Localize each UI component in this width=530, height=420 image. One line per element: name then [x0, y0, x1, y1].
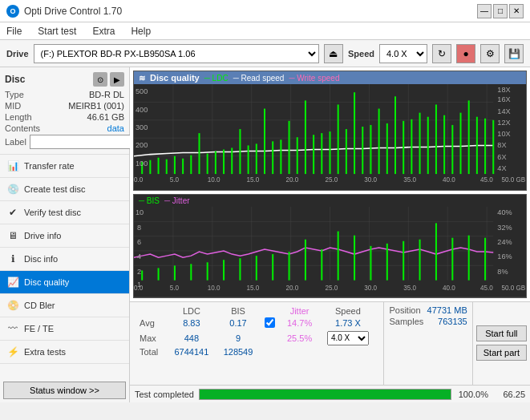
content-area: ≋ Disc quality ─ LDC ─ Read speed ─ Writ… [130, 67, 530, 402]
action-buttons: Start full Start part [472, 302, 530, 386]
svg-text:5.0: 5.0 [170, 285, 180, 292]
nav-disc-quality[interactable]: 📈 Disc quality [0, 271, 129, 294]
jitter-checkbox[interactable] [265, 317, 275, 328]
svg-text:400: 400 [136, 106, 148, 114]
verify-test-disc-icon: ✔ [6, 206, 19, 219]
menu-starttest[interactable]: Start test [34, 24, 79, 38]
nav-verify-test-disc[interactable]: ✔ Verify test disc [0, 201, 129, 224]
fe-te-icon: 〰 [6, 322, 19, 335]
red-btn[interactable]: ● [456, 44, 475, 63]
avg-row-label: Avg [136, 317, 167, 330]
svg-text:300: 300 [136, 123, 148, 131]
eject-button[interactable]: ⏏ [324, 44, 343, 63]
svg-text:6X: 6X [497, 153, 506, 161]
nav-fe-te[interactable]: 〰 FE / TE [0, 317, 129, 341]
jitter-legend-label: ─ Jitter [164, 196, 190, 205]
start-full-button[interactable]: Start full [476, 325, 527, 341]
progress-percent: 100.0% [456, 390, 488, 399]
svg-text:0.0: 0.0 [134, 176, 144, 184]
refresh-button[interactable]: ↻ [432, 44, 451, 63]
disc-action-btn[interactable]: ▶ [110, 72, 124, 87]
nav-verify-test-disc-label: Verify test disc [24, 208, 81, 217]
type-value: BD-R DL [89, 90, 124, 99]
nav-drive-info-label: Drive info [24, 231, 61, 240]
svg-text:10.0: 10.0 [208, 176, 220, 184]
speed-avg-value: 1.73 X [318, 317, 377, 330]
nav-fe-te-label: FE / TE [24, 324, 54, 333]
disc-title: Disc [5, 74, 25, 85]
save-button[interactable]: 💾 [504, 44, 524, 63]
settings-btn[interactable]: ⚙ [480, 44, 500, 63]
nav-drive-info[interactable]: 🖥 Drive info [0, 224, 129, 248]
drive-info-icon: 🖥 [6, 229, 19, 242]
svg-text:50.0 GB: 50.0 GB [501, 176, 525, 184]
svg-text:30.0: 30.0 [364, 176, 377, 184]
contents-value: data [107, 123, 124, 133]
readspeed-legend-label: ─ Read speed [233, 74, 285, 83]
ldc-col-header: LDC [167, 305, 216, 317]
max-row-label: Max [136, 330, 167, 346]
avg-ldc: 8.83 [167, 317, 216, 330]
nav-transfer-rate[interactable]: 📊 Transfer rate [0, 155, 129, 178]
jitter-col-header: Jitter [281, 305, 319, 317]
svg-text:10: 10 [136, 209, 144, 217]
extra-tests-icon: ⚡ [6, 345, 19, 358]
nav-disc-info[interactable]: ℹ Disc info [0, 248, 129, 271]
stats-bar: LDC BIS Jitter Speed Avg 8.83 0.17 [130, 301, 530, 386]
mid-value: MEIRB1 (001) [68, 101, 124, 111]
svg-text:10.0: 10.0 [208, 285, 220, 292]
nav-cd-bler[interactable]: 📀 CD Bler [0, 294, 129, 317]
nav-create-test-disc[interactable]: 💿 Create test disc [0, 178, 129, 201]
nav-disc-quality-label: Disc quality [24, 277, 69, 287]
nav-extra-tests[interactable]: ⚡ Extra tests [0, 341, 129, 364]
disc-icon-btn[interactable]: ⊙ [93, 72, 107, 87]
titlebar-left: O Opti Drive Control 1.70 [6, 5, 122, 18]
speed-selector[interactable]: 4.0 X [379, 44, 427, 63]
progress-value: 66.25 [493, 390, 525, 399]
app-title: Opti Drive Control 1.70 [24, 6, 122, 17]
maximize-button[interactable]: □ [493, 4, 508, 18]
main-layout: Disc ⊙ ▶ Type BD-R DL MID MEIRB1 (001) L… [0, 67, 530, 402]
status-window-button[interactable]: Status window >> [3, 382, 126, 399]
bis-chart: ─ BIS ─ Jitter [133, 194, 527, 297]
disc-quality-icon: 📈 [6, 276, 19, 289]
menu-extra[interactable]: Extra [89, 24, 118, 38]
total-ldc: 6744141 [167, 346, 216, 357]
max-jitter: 25.5% [281, 330, 319, 346]
svg-text:16X: 16X [497, 95, 510, 103]
cd-bler-icon: 📀 [6, 299, 19, 312]
max-bis: 9 [216, 330, 260, 346]
drive-selector[interactable]: (F:) PLEXTOR BD-R PX-LB950SA 1.06 [34, 44, 319, 63]
nav-transfer-rate-label: Transfer rate [24, 161, 75, 171]
svg-text:200: 200 [136, 141, 148, 149]
svg-text:14X: 14X [497, 107, 510, 115]
menu-file[interactable]: File [3, 24, 25, 38]
app-icon: O [6, 5, 19, 18]
minimize-button[interactable]: — [477, 4, 492, 18]
chart1-title: Disc quality [150, 73, 200, 83]
speed-chart-selector[interactable]: 4.0 X [327, 331, 369, 345]
samples-value: 763135 [438, 317, 467, 326]
speed-col-header: Speed [318, 305, 377, 317]
progress-track [199, 389, 451, 400]
svg-text:4X: 4X [497, 164, 506, 172]
label-input[interactable] [30, 135, 136, 149]
chart2-svg: 10 8 6 4 2 1 40% 32% 24% 16% 8% 0.0 5.0 … [134, 207, 526, 297]
svg-text:15.0: 15.0 [247, 176, 260, 184]
length-value: 46.61 GB [87, 112, 124, 122]
start-part-button[interactable]: Start part [476, 345, 527, 361]
svg-text:20.0: 20.0 [285, 285, 298, 292]
svg-text:18X: 18X [497, 86, 510, 94]
nav-items: 📊 Transfer rate 💿 Create test disc ✔ Ver… [0, 155, 129, 378]
svg-text:25.0: 25.0 [325, 285, 338, 292]
close-button[interactable]: ✕ [509, 4, 524, 18]
toolbar: Drive (F:) PLEXTOR BD-R PX-LB950SA 1.06 … [0, 40, 530, 67]
contents-key: Contents [5, 123, 40, 133]
svg-text:8X: 8X [497, 141, 506, 149]
disc-quality-chart: ≋ Disc quality ─ LDC ─ Read speed ─ Writ… [133, 71, 527, 191]
chart2-legend: ─ BIS ─ Jitter [134, 195, 526, 207]
chart1-icon: ≋ [139, 74, 145, 83]
transfer-rate-icon: 📊 [6, 160, 19, 172]
svg-text:32%: 32% [497, 224, 512, 232]
menu-help[interactable]: Help [127, 24, 154, 38]
